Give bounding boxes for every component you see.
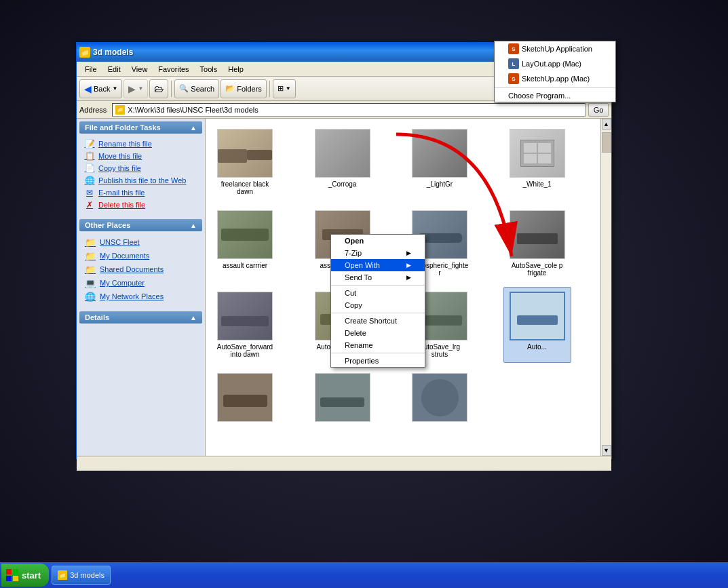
details-header[interactable]: Details ▲: [79, 311, 202, 324]
ctx-copy[interactable]: Copy: [331, 299, 425, 311]
publish-task[interactable]: 🌐 Publish this file to the Web: [85, 174, 197, 187]
submenu-choose-program[interactable]: Choose Program...: [495, 90, 615, 102]
ctx-properties[interactable]: Properties: [331, 355, 425, 367]
menu-help[interactable]: Help: [223, 64, 249, 75]
file-item[interactable]: [406, 368, 474, 429]
forward-dropdown-icon: ▼: [138, 85, 143, 92]
place-network[interactable]: 🌐 My Network Places: [85, 290, 197, 303]
email-label: E-mail this file: [98, 189, 145, 197]
file-thumbnail: [510, 210, 565, 259]
file-item[interactable]: freelancer black dawn: [211, 124, 279, 200]
ctx-rename-label: Rename: [345, 341, 373, 349]
ctx-send-to[interactable]: Send To ▶: [331, 271, 425, 283]
left-panel: File and Folder Tasks ▲ 📝 Rename this fi…: [77, 119, 206, 456]
up-button[interactable]: 🗁: [149, 79, 168, 98]
file-thumbnail: [510, 129, 565, 178]
forward-button[interactable]: ▶ ▼: [123, 79, 148, 98]
start-button[interactable]: start: [1, 564, 49, 587]
network-icon: 🌐: [85, 291, 96, 302]
scroll-track[interactable]: [602, 130, 611, 445]
ctx-cut[interactable]: Cut: [331, 287, 425, 299]
ctx-create-shortcut[interactable]: Create Shortcut: [331, 315, 425, 327]
move-task[interactable]: 📋 Move this file: [85, 150, 197, 162]
file-item[interactable]: _LightGr: [406, 124, 474, 200]
status-bar: [77, 456, 611, 471]
window-title: 3d models: [93, 47, 563, 57]
my-documents-icon: 📁: [85, 250, 96, 261]
delete-task[interactable]: ✗ Delete this file: [85, 199, 197, 211]
ctx-7zip-label: 7-Zip: [345, 249, 362, 257]
submenu-layout-mac[interactable]: L LayOut.app (Mac): [495, 56, 615, 71]
file-name: _White_1: [522, 180, 551, 188]
up-arrow-icon: 🗁: [154, 83, 164, 94]
email-icon: ✉: [85, 188, 94, 197]
file-item[interactable]: [309, 368, 377, 429]
ctx-sep-2: [331, 313, 425, 313]
scrollbar[interactable]: ▲ ▼: [600, 119, 611, 456]
ctx-open-with[interactable]: Open With ▶: [331, 259, 425, 271]
address-input[interactable]: 📁 X:\Work\3d files\UNSC Fleet\3d models: [112, 103, 586, 117]
menu-favorites[interactable]: Favorites: [153, 64, 194, 75]
scroll-down-button[interactable]: ▼: [602, 445, 611, 456]
email-task[interactable]: ✉ E-mail this file: [85, 187, 197, 199]
details-collapse-icon: ▲: [190, 314, 197, 321]
place-shared-documents[interactable]: 📁 Shared Documents: [85, 262, 197, 276]
ctx-7zip-arrow-icon: ▶: [406, 250, 411, 256]
place-my-computer[interactable]: 💻 My Computer: [85, 276, 197, 290]
ctx-shortcut-label: Create Shortcut: [345, 317, 397, 325]
move-label: Move this file: [98, 152, 142, 160]
ctx-open[interactable]: Open: [331, 235, 425, 247]
start-label: start: [22, 570, 41, 581]
menu-edit[interactable]: Edit: [102, 64, 126, 75]
ctx-delete[interactable]: Delete: [331, 327, 425, 339]
file-thumbnail: [217, 373, 273, 422]
place-unsc-fleet[interactable]: 📁 UNSC Fleet: [85, 235, 197, 249]
copy-task[interactable]: 📄 Copy this file: [85, 162, 197, 174]
file-folder-tasks-header[interactable]: File and Folder Tasks ▲: [79, 121, 202, 134]
submenu-sketchup-mac[interactable]: S SketchUp.app (Mac): [495, 71, 615, 86]
details-section: Details ▲: [79, 311, 202, 332]
ctx-7zip[interactable]: 7-Zip ▶: [331, 247, 425, 259]
place-my-documents[interactable]: 📁 My Documents: [85, 249, 197, 262]
scroll-up-button[interactable]: ▲: [602, 119, 611, 130]
svg-rect-1: [6, 569, 12, 574]
scroll-thumb[interactable]: [602, 132, 611, 153]
layout-mac-label: LayOut.app (Mac): [522, 60, 581, 68]
taskbar-3dmodels[interactable]: 📁 3d models: [52, 566, 111, 585]
ctx-copy-label: Copy: [345, 301, 362, 309]
layout-app-icon: L: [508, 58, 519, 69]
ctx-rename[interactable]: Rename: [331, 339, 425, 351]
back-button[interactable]: ◀ Back ▼: [79, 79, 122, 98]
file-item[interactable]: AutoSave_cole p frigate: [503, 205, 571, 281]
ctx-openwith-label: Open With: [345, 261, 380, 269]
place-shared-label: Shared Documents: [100, 265, 164, 273]
file-item[interactable]: AutoSave_forward into dawn: [211, 287, 279, 363]
file-item[interactable]: _White_1: [503, 124, 571, 200]
view-button[interactable]: ⊞ ▼: [273, 79, 296, 98]
back-dropdown-icon: ▼: [112, 85, 117, 92]
folders-button[interactable]: 📂 Folders: [221, 79, 267, 98]
file-item[interactable]: assault carrrier: [211, 205, 279, 281]
place-computer-label: My Computer: [100, 279, 145, 287]
go-button[interactable]: Go: [588, 103, 609, 117]
file-name: _Corroga: [328, 180, 357, 188]
ctx-sep-1: [331, 285, 425, 286]
other-places-header[interactable]: Other Places ▲: [79, 219, 202, 231]
file-item[interactable]: _Corroga: [309, 124, 377, 200]
forward-arrow-icon: ▶: [128, 83, 136, 94]
menu-tools[interactable]: Tools: [195, 64, 223, 75]
submenu-sketchup-app[interactable]: S SketchUp Application: [495, 41, 615, 56]
search-button[interactable]: 🔍 Search: [174, 79, 219, 98]
file-item[interactable]: [211, 368, 279, 429]
collapse-arrow-icon: ▲: [190, 124, 197, 132]
file-item-selected[interactable]: Auto...: [503, 287, 571, 363]
window-icon: 📁: [79, 47, 90, 58]
menu-view[interactable]: View: [126, 64, 153, 75]
file-thumbnail: [217, 129, 273, 178]
delete-icon: ✗: [85, 200, 94, 210]
menu-file[interactable]: File: [79, 64, 102, 75]
delete-label: Delete this file: [98, 201, 145, 209]
file-thumbnail: [217, 210, 273, 259]
rename-task[interactable]: 📝 Rename this file: [85, 138, 197, 150]
taskbar-items: 📁 3d models: [52, 566, 111, 585]
